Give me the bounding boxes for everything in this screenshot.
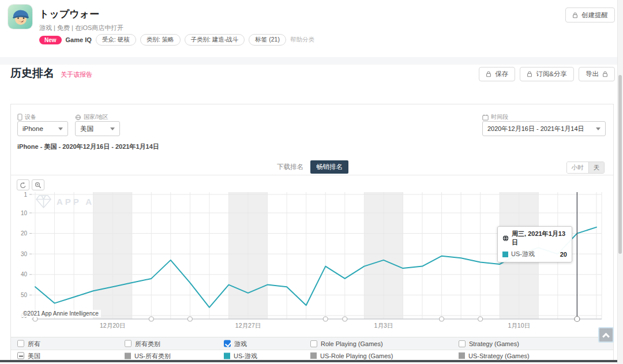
lock-icon bbox=[486, 71, 491, 77]
period-value: 2020年12月16日 - 2021年1月14日 bbox=[487, 125, 591, 133]
legend-label: US-所有类别 bbox=[134, 351, 171, 360]
selection-summary: iPhone - 美国 - 2020年12月16日 - 2021年1月14日 bbox=[17, 142, 159, 151]
section-separator bbox=[0, 57, 623, 65]
chevron-up-icon bbox=[602, 333, 610, 340]
legend-country-item-0[interactable]: 美国 bbox=[17, 351, 40, 360]
page-title: 历史排名 bbox=[10, 66, 54, 81]
toggle-day[interactable]: 天 bbox=[588, 162, 605, 173]
period-select[interactable]: 2020年12月16日 - 2021年1月14日 bbox=[482, 121, 606, 136]
legend-label: Strategy (Games) bbox=[469, 340, 519, 347]
watermark: APP ANNIE bbox=[36, 195, 124, 208]
legend-label: 游戏 bbox=[234, 339, 247, 348]
series-swatch bbox=[502, 252, 508, 257]
legend-country-item-4[interactable]: US-Strategy (Games) bbox=[459, 352, 530, 359]
export-label: 导出 bbox=[586, 70, 599, 78]
country-filter-label: 国家/地区 bbox=[75, 113, 108, 121]
legend-header-item-4[interactable]: Strategy (Games) bbox=[459, 340, 519, 347]
divider bbox=[11, 175, 613, 175]
game-iq-label: Game IQ bbox=[66, 36, 92, 43]
calendar-icon bbox=[482, 114, 489, 121]
legend-country-item-2[interactable]: US-游戏 bbox=[224, 351, 257, 360]
save-button[interactable]: 保存 bbox=[479, 67, 515, 81]
new-badge: New bbox=[39, 36, 62, 44]
tab-download-rank[interactable]: 下载排名 bbox=[275, 161, 306, 173]
granularity-toggle: 小时 天 bbox=[566, 162, 605, 174]
series-swatch bbox=[459, 352, 465, 359]
scrollbar-thumb[interactable] bbox=[618, 75, 622, 254]
subscribe-share-button[interactable]: 订阅&分享 bbox=[520, 67, 574, 81]
series-swatch bbox=[310, 352, 317, 359]
device-select[interactable]: iPhone bbox=[17, 121, 68, 136]
chevron-down-icon bbox=[110, 127, 115, 130]
lock-icon bbox=[602, 71, 608, 77]
globe-icon bbox=[75, 114, 81, 121]
globe-icon bbox=[502, 235, 509, 242]
checkbox-checked-icon[interactable] bbox=[224, 340, 231, 347]
country-select[interactable]: 美国 bbox=[75, 121, 120, 136]
create-alert-label: 创建提醒 bbox=[581, 11, 608, 20]
zoom-mode-button[interactable] bbox=[32, 179, 44, 190]
collapse-icon[interactable] bbox=[17, 352, 24, 359]
tab-grossing-rank[interactable]: 畅销排名 bbox=[310, 160, 348, 174]
checkbox-icon[interactable] bbox=[310, 340, 317, 347]
tooltip-value: 20 bbox=[560, 251, 567, 258]
legend-label: 美国 bbox=[28, 351, 40, 360]
legend-country-item-3[interactable]: US-Role Playing (Games) bbox=[310, 352, 393, 359]
device-icon bbox=[17, 114, 22, 121]
scroll-to-top-button[interactable] bbox=[598, 327, 614, 343]
app-title: トップウォー bbox=[39, 7, 99, 21]
tooltip-series: US-游戏 bbox=[511, 250, 535, 258]
series-swatch bbox=[125, 352, 131, 359]
help-classify-link[interactable]: 帮助分类 bbox=[290, 36, 314, 44]
tag-subcategory[interactable]: 子类别: 建造-战斗 bbox=[185, 34, 245, 46]
chevron-down-icon bbox=[58, 127, 63, 130]
lock-icon bbox=[572, 12, 578, 18]
chart-tooltip: 周三, 2021年1月13日 US-游戏 20 bbox=[497, 226, 572, 262]
series-swatch bbox=[224, 352, 230, 359]
legend-label: 所有类别 bbox=[135, 339, 160, 348]
legend-header-item-0[interactable]: 所有 bbox=[17, 339, 40, 348]
lock-icon bbox=[527, 71, 532, 77]
app-annie-rank-history-page: トップウォー 游戏 | 免费 | 在iOS商店中打开 New Game IQ 受… bbox=[0, 0, 623, 364]
footer-bar bbox=[0, 360, 623, 362]
tag-audience[interactable]: 受众: 硬核 bbox=[96, 34, 136, 46]
legend-label: US-游戏 bbox=[234, 351, 257, 360]
create-alert-button[interactable]: 创建提醒 bbox=[565, 7, 615, 22]
checkbox-icon[interactable] bbox=[17, 340, 24, 347]
legend-header-row: 所有所有类别游戏Role Playing (Games)Strategy (Ga… bbox=[11, 337, 613, 350]
legend-label: Role Playing (Games) bbox=[321, 340, 383, 347]
toggle-hour[interactable]: 小时 bbox=[567, 162, 588, 173]
chevron-down-icon bbox=[596, 127, 601, 130]
legend-label: US-Role Playing (Games) bbox=[320, 352, 393, 359]
checkbox-icon[interactable] bbox=[125, 340, 132, 347]
tag-count[interactable]: 标签 (21) bbox=[249, 34, 286, 46]
legend-label: 所有 bbox=[28, 339, 40, 348]
app-annie-logo-icon bbox=[36, 195, 51, 208]
save-label: 保存 bbox=[495, 70, 508, 78]
export-button[interactable]: 导出 bbox=[579, 67, 615, 81]
legend-country-row: 美国US-所有类别US-游戏US-Role Playing (Games)US-… bbox=[11, 351, 613, 361]
copyright-note: ©2021 App Annie Intelligence bbox=[21, 310, 101, 317]
reset-zoom-button[interactable] bbox=[17, 179, 29, 190]
period-filter-label: 时间段 bbox=[482, 113, 508, 121]
magnifier-icon bbox=[35, 182, 42, 189]
country-value: 美国 bbox=[80, 125, 106, 133]
subscribe-share-label: 订阅&分享 bbox=[536, 70, 567, 78]
legend-header-item-1[interactable]: 所有类别 bbox=[125, 339, 160, 348]
legend-country-item-1[interactable]: US-所有类别 bbox=[125, 351, 171, 360]
app-icon bbox=[8, 5, 32, 29]
legend-label: US-Strategy (Games) bbox=[468, 352, 530, 359]
checkbox-icon[interactable] bbox=[459, 340, 466, 347]
tag-category[interactable]: 类别: 策略 bbox=[140, 34, 181, 46]
legend-header-item-2[interactable]: 游戏 bbox=[224, 339, 247, 348]
legend-header-item-3[interactable]: Role Playing (Games) bbox=[310, 340, 383, 347]
tooltip-date: 周三, 2021年1月13日 bbox=[512, 230, 567, 247]
about-report-link[interactable]: 关于该报告 bbox=[61, 70, 92, 79]
undo-icon bbox=[20, 182, 27, 189]
app-badges: New Game IQ 受众: 硬核 类别: 策略 子类别: 建造-战斗 标签 … bbox=[39, 34, 314, 46]
report-actions: 保存 订阅&分享 导出 bbox=[479, 67, 615, 81]
device-value: iPhone bbox=[22, 125, 54, 132]
app-subtitle[interactable]: 游戏 | 免费 | 在iOS商店中打开 bbox=[39, 24, 123, 32]
device-filter-label: 设备 bbox=[17, 113, 36, 121]
